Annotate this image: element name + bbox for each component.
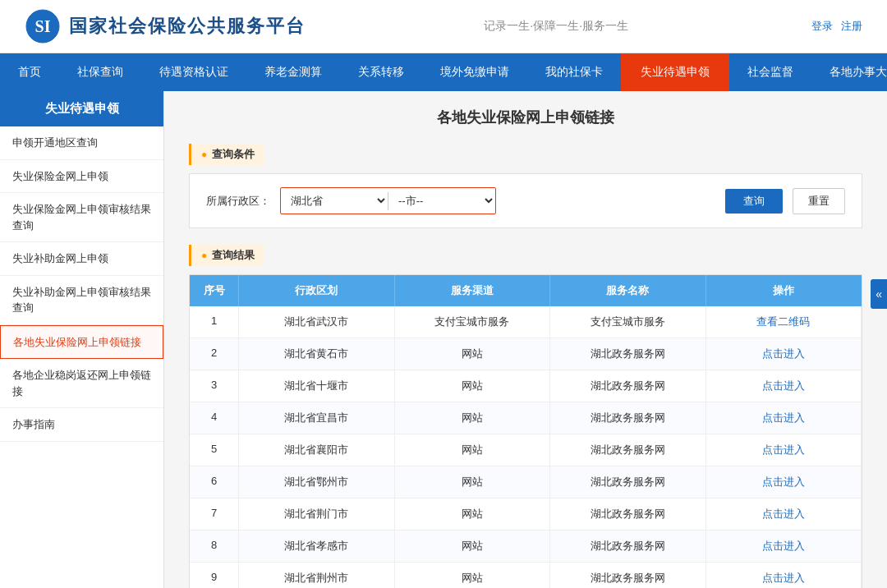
- cell-region: 湖北省黄石市: [239, 338, 395, 370]
- province-select[interactable]: 湖北省: [281, 190, 388, 212]
- auth-links: 登录 注册: [807, 19, 862, 34]
- sidebar-item-subsidy-claim[interactable]: 失业补助金网上申领: [0, 242, 163, 276]
- main-layout: 失业待遇申领 申领开通地区查询 失业保险金网上申领 失业保险金网上申领审核结果查…: [0, 91, 887, 588]
- main-nav: 首页 社保查询 待遇资格认证 养老金测算 关系转移 境外免缴申请 我的社保卡 失…: [0, 53, 887, 91]
- cell-name: 湖北政务服务网: [550, 563, 706, 588]
- side-arrow-icon[interactable]: «: [871, 279, 887, 309]
- cell-action[interactable]: 点击进入: [706, 531, 862, 562]
- nav-abroad[interactable]: 境外免缴申请: [422, 55, 527, 90]
- main-content: 各地失业保险网上申领链接 ● 查询条件 所属行政区： 湖北省 --市--: [164, 91, 887, 588]
- nav-offices[interactable]: 各地办事大厅: [811, 55, 887, 90]
- page-title: 各地失业保险网上申领链接: [189, 108, 862, 127]
- cell-no: 9: [190, 563, 239, 588]
- table-row: 4 湖北省宜昌市 网站 湖北政务服务网 点击进入: [190, 402, 862, 434]
- table-row: 9 湖北省荆州市 网站 湖北政务服务网 点击进入: [190, 563, 862, 588]
- reset-button[interactable]: 重置: [793, 188, 845, 214]
- cell-region: 湖北省荆门市: [239, 498, 395, 530]
- cell-action[interactable]: 点击进入: [706, 563, 862, 588]
- site-slogan: 记录一生·保障一生·服务一生: [484, 19, 628, 34]
- logo-group: SI 国家社会保险公共服务平台: [25, 8, 306, 44]
- results-table: 序号 行政区划 服务渠道 服务名称 操作 1 湖北省武汉市 支付宝城市服务 支付…: [189, 274, 862, 588]
- cell-region: 湖北省鄂州市: [239, 466, 395, 498]
- sidebar-item-open-regions[interactable]: 申领开通地区查询: [0, 126, 163, 160]
- cell-no: 2: [190, 338, 239, 370]
- table-row: 1 湖北省武汉市 支付宝城市服务 支付宝城市服务 查看二维码: [190, 306, 862, 338]
- query-section-label: ● 查询条件: [189, 144, 264, 165]
- col-action: 操作: [706, 275, 862, 306]
- cell-channel: 网站: [395, 434, 551, 466]
- col-no: 序号: [190, 275, 239, 306]
- cell-no: 4: [190, 402, 239, 434]
- nav-home[interactable]: 首页: [0, 55, 59, 90]
- cell-action[interactable]: 点击进入: [706, 434, 862, 466]
- sidebar-item-online-claim[interactable]: 失业保险金网上申领: [0, 160, 163, 194]
- register-link[interactable]: 注册: [841, 20, 862, 32]
- nav-transfer[interactable]: 关系转移: [340, 55, 422, 90]
- cell-no: 3: [190, 370, 239, 402]
- cell-channel: 网站: [395, 531, 551, 562]
- cell-region: 湖北省武汉市: [239, 306, 395, 338]
- cell-region: 湖北省十堰市: [239, 370, 395, 402]
- cell-no: 7: [190, 498, 239, 530]
- cell-name: 湖北政务服务网: [550, 370, 706, 402]
- cell-channel: 网站: [395, 563, 551, 588]
- header: SI 国家社会保险公共服务平台 记录一生·保障一生·服务一生 登录 注册: [0, 0, 887, 53]
- region-input-group: 湖北省 --市--: [280, 187, 496, 214]
- cell-action[interactable]: 点击进入: [706, 370, 862, 402]
- cell-channel: 网站: [395, 370, 551, 402]
- cell-no: 5: [190, 434, 239, 466]
- nav-shebao[interactable]: 社保查询: [59, 55, 141, 90]
- cell-region: 湖北省宜昌市: [239, 402, 395, 434]
- cell-region: 湖北省孝感市: [239, 531, 395, 562]
- cell-name: 湖北政务服务网: [550, 402, 706, 434]
- cell-action[interactable]: 点击进入: [706, 338, 862, 370]
- svg-text:SI: SI: [35, 17, 51, 35]
- sidebar-item-guide[interactable]: 办事指南: [0, 408, 163, 442]
- cell-channel: 网站: [395, 402, 551, 434]
- sidebar-item-review-result[interactable]: 失业保险金网上申领审核结果查询: [0, 193, 163, 242]
- table-row: 2 湖北省黄石市 网站 湖北政务服务网 点击进入: [190, 338, 862, 370]
- cell-region: 湖北省荆州市: [239, 563, 395, 588]
- nav-unemployment[interactable]: 失业待遇申领: [621, 53, 729, 91]
- cell-action[interactable]: 点击进入: [706, 498, 862, 530]
- sidebar-item-link-claim[interactable]: 各地失业保险网上申领链接: [0, 325, 163, 360]
- table-row: 8 湖北省孝感市 网站 湖北政务服务网 点击进入: [190, 531, 862, 563]
- cell-name: 湖北政务服务网: [550, 466, 706, 498]
- cell-channel: 网站: [395, 338, 551, 370]
- result-dot-icon: ●: [201, 250, 207, 261]
- cell-no: 6: [190, 466, 239, 498]
- city-select[interactable]: --市--: [388, 190, 495, 212]
- cell-channel: 网站: [395, 498, 551, 530]
- nav-qualification[interactable]: 待遇资格认证: [141, 55, 246, 90]
- sidebar-item-subsidy-review[interactable]: 失业补助金网上申领审核结果查询: [0, 276, 163, 325]
- table-row: 7 湖北省荆门市 网站 湖北政务服务网 点击进入: [190, 498, 862, 531]
- cell-channel: 支付宝城市服务: [395, 306, 551, 338]
- cell-name: 湖北政务服务网: [550, 531, 706, 562]
- site-title: 国家社会保险公共服务平台: [69, 14, 306, 39]
- cell-no: 8: [190, 531, 239, 562]
- cell-name: 湖北政务服务网: [550, 338, 706, 370]
- site-logo: SI: [25, 8, 61, 44]
- cell-action[interactable]: 点击进入: [706, 402, 862, 434]
- table-body: 1 湖北省武汉市 支付宝城市服务 支付宝城市服务 查看二维码 2 湖北省黄石市 …: [190, 306, 862, 588]
- login-link[interactable]: 登录: [811, 20, 833, 32]
- sidebar: 失业待遇申领 申领开通地区查询 失业保险金网上申领 失业保险金网上申领审核结果查…: [0, 91, 164, 588]
- nav-mycard[interactable]: 我的社保卡: [527, 55, 621, 90]
- cell-no: 1: [190, 306, 239, 338]
- col-region: 行政区划: [239, 275, 395, 306]
- nav-pension[interactable]: 养老金测算: [246, 55, 340, 90]
- sidebar-item-enterprise-link[interactable]: 各地企业稳岗返还网上申领链接: [0, 359, 163, 408]
- cell-region: 湖北省襄阳市: [239, 434, 395, 466]
- cell-name: 湖北政务服务网: [550, 498, 706, 530]
- query-dot-icon: ●: [201, 149, 207, 160]
- table-header: 序号 行政区划 服务渠道 服务名称 操作: [190, 275, 862, 306]
- table-row: 6 湖北省鄂州市 网站 湖北政务服务网 点击进入: [190, 466, 862, 498]
- region-label: 所属行政区：: [206, 194, 270, 209]
- sidebar-header: 失业待遇申领: [0, 91, 163, 126]
- query-button[interactable]: 查询: [725, 189, 783, 214]
- cell-channel: 网站: [395, 466, 551, 498]
- cell-action[interactable]: 点击进入: [706, 466, 862, 498]
- nav-supervision[interactable]: 社会监督: [729, 55, 811, 90]
- cell-action[interactable]: 查看二维码: [706, 306, 862, 338]
- query-section: ● 查询条件 所属行政区： 湖北省 --市--: [189, 144, 862, 228]
